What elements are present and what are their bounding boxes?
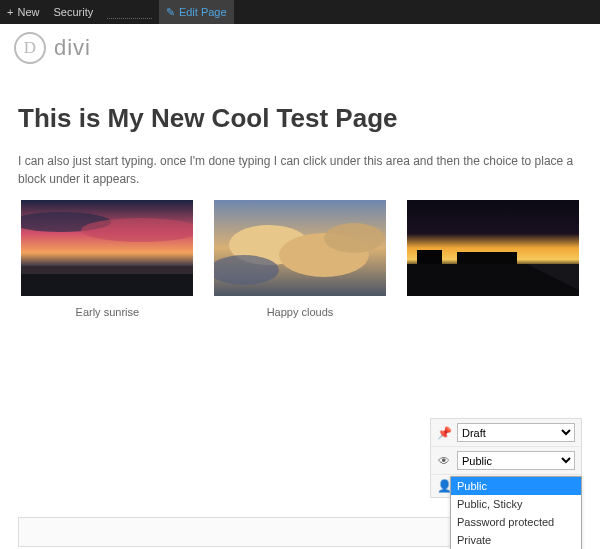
- admin-toolbar: + New Security ✎ Edit Page: [0, 0, 600, 24]
- page-content: This is My New Cool Test Page I can also…: [0, 85, 600, 442]
- new-label: New: [17, 6, 39, 18]
- sunset-road-image: [407, 200, 579, 296]
- sunrise-image: [21, 200, 193, 296]
- underline-placeholder: [107, 6, 152, 19]
- eye-icon: 👁: [437, 454, 451, 468]
- plus-icon: +: [7, 6, 13, 18]
- security-menu[interactable]: Security: [46, 0, 100, 24]
- svg-point-8: [324, 223, 384, 253]
- gallery-item[interactable]: Happy clouds: [211, 200, 390, 318]
- site-logo[interactable]: D divi: [0, 24, 600, 85]
- visibility-option[interactable]: Public, Sticky: [451, 495, 581, 513]
- image-gallery: Early sunrise Happy clouds: [18, 200, 582, 318]
- visibility-option[interactable]: Private: [451, 531, 581, 549]
- page-title[interactable]: This is My New Cool Test Page: [18, 103, 582, 134]
- image-caption: Happy clouds: [267, 306, 334, 318]
- gallery-item[interactable]: Early sunrise: [18, 200, 197, 318]
- visibility-option[interactable]: Public: [451, 477, 581, 495]
- status-row: 📌 Draft: [431, 419, 581, 447]
- edit-page-label: Edit Page: [179, 6, 227, 18]
- svg-rect-14: [457, 252, 517, 264]
- visibility-dropdown[interactable]: Public Public, Sticky Password protected…: [450, 476, 582, 549]
- intro-paragraph[interactable]: I can also just start typing. once I'm d…: [18, 152, 582, 188]
- person-icon: 👤: [437, 479, 451, 493]
- security-label: Security: [53, 6, 93, 18]
- svg-rect-13: [417, 250, 442, 264]
- image-caption: Early sunrise: [76, 306, 140, 318]
- logo-icon: D: [14, 32, 46, 64]
- placeholder-menu[interactable]: [100, 0, 159, 24]
- gallery-item[interactable]: [403, 200, 582, 318]
- logo-text: divi: [54, 35, 91, 61]
- pencil-icon: ✎: [166, 6, 175, 19]
- visibility-option[interactable]: Password protected: [451, 513, 581, 531]
- pin-icon: 📌: [437, 426, 451, 440]
- status-select[interactable]: Draft: [457, 423, 575, 442]
- edit-page-link[interactable]: ✎ Edit Page: [159, 0, 234, 24]
- visibility-select[interactable]: Public: [457, 451, 575, 470]
- visibility-row: 👁 Public: [431, 447, 581, 475]
- svg-rect-4: [21, 266, 193, 274]
- new-menu[interactable]: + New: [0, 0, 46, 24]
- clouds-image: [214, 200, 386, 296]
